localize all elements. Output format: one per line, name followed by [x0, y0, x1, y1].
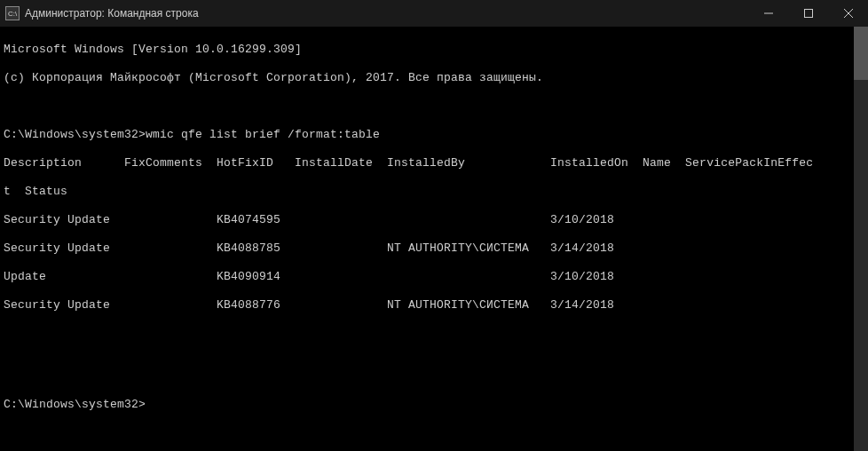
scrollbar-thumb[interactable] — [854, 27, 868, 80]
table-header-row: Description FixComments HotFixID Install… — [4, 156, 864, 170]
table-row: Security Update KB4088776 NT AUTHORITY\С… — [4, 298, 864, 313]
banner-line: Microsoft Windows [Version 10.0.16299.30… — [4, 43, 864, 57]
window-title: Администратор: Командная строка — [25, 7, 748, 20]
vertical-scrollbar[interactable] — [854, 27, 868, 451]
table-row: Security Update KB4074595 3/10/2018 — [4, 213, 864, 227]
blank-line — [4, 227, 864, 241]
blank-line — [4, 284, 864, 298]
command-line: C:\Windows\system32>wmic qfe list brief … — [4, 128, 864, 142]
table-header-row: t Status — [4, 185, 864, 199]
prompt-line: C:\Windows\system32> — [4, 398, 864, 412]
table-row: Security Update KB4088785 NT AUTHORITY\С… — [4, 241, 864, 256]
titlebar[interactable]: C:\ Администратор: Командная строка — [0, 0, 868, 27]
svg-rect-1 — [804, 10, 812, 18]
blank-line — [4, 369, 864, 384]
close-button[interactable] — [828, 0, 868, 27]
cmd-icon: C:\ — [5, 6, 20, 20]
terminal-output[interactable]: Microsoft Windows [Version 10.0.16299.30… — [0, 27, 868, 428]
table-row: Update KB4090914 3/10/2018 — [4, 270, 864, 284]
banner-line: (c) Корпорация Майкрософт (Microsoft Cor… — [4, 71, 864, 85]
maximize-button[interactable] — [788, 0, 828, 27]
minimize-button[interactable] — [748, 0, 788, 27]
blank-line — [4, 256, 864, 270]
blank-line — [4, 99, 864, 114]
window-controls — [748, 0, 868, 27]
blank-line — [4, 341, 864, 355]
blank-line — [4, 313, 864, 327]
